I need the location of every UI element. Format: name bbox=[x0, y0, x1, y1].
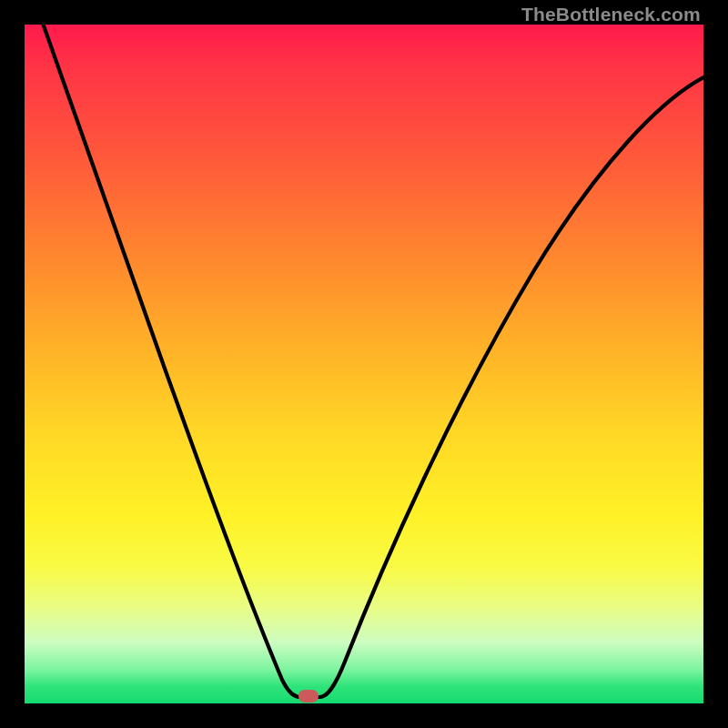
watermark-label: TheBottleneck.com bbox=[521, 4, 701, 25]
bottleneck-curve bbox=[25, 25, 703, 703]
valley-marker bbox=[298, 690, 318, 703]
chart-frame: TheBottleneck.com bbox=[0, 0, 728, 728]
plot-area bbox=[25, 25, 703, 703]
